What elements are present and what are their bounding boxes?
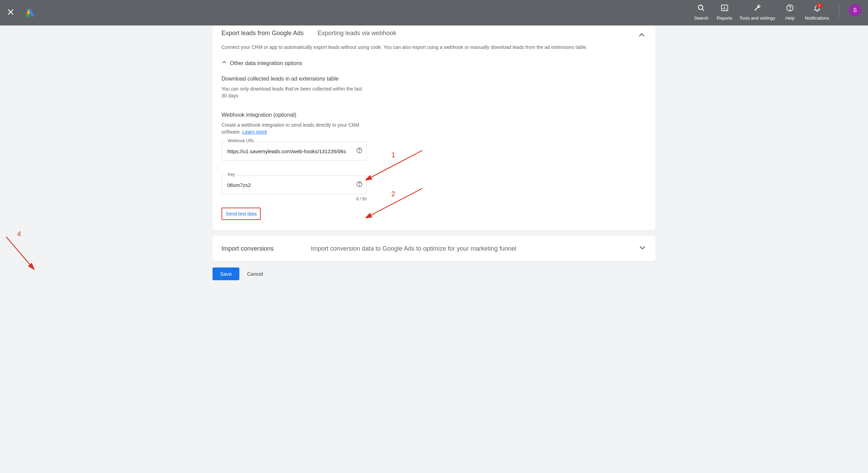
nav-help-label: Help	[785, 15, 795, 21]
nav-help[interactable]: Help	[781, 4, 799, 21]
webhook-url-label: Webhook URL	[226, 138, 257, 143]
svg-point-14	[359, 186, 359, 186]
annotation-arrow-1	[366, 148, 427, 182]
section-title: Export leads from Google Ads	[221, 30, 304, 37]
key-input[interactable]	[221, 175, 367, 195]
import-conversions-card[interactable]: Import conversions Import conversion dat…	[213, 236, 655, 261]
webhook-url-field: Webhook URL	[221, 141, 367, 161]
footer-actions: Save Cancel	[213, 267, 655, 280]
section-subtitle: Exporting leads via webhook	[317, 30, 396, 37]
search-icon	[697, 4, 705, 14]
export-leads-card: Export leads from Google Ads Exporting l…	[213, 25, 655, 230]
key-counter: 8 / 50	[221, 197, 367, 201]
nav-notifications-label: Notifications	[805, 15, 829, 21]
annotation-1: 1	[391, 151, 395, 159]
page-content: Export leads from Google Ads Exporting l…	[0, 25, 868, 294]
help-icon[interactable]	[356, 147, 362, 155]
help-icon	[786, 4, 794, 14]
nav-search[interactable]: Search	[693, 4, 710, 21]
bar-chart-icon	[721, 4, 728, 14]
svg-line-17	[6, 237, 31, 266]
svg-line-16	[370, 188, 422, 216]
app-header: Search Reports Tools and settings Help !	[0, 0, 868, 25]
annotation-arrow-2	[366, 186, 427, 220]
notification-badge: !	[817, 3, 822, 8]
nav-search-label: Search	[694, 15, 708, 21]
key-label: Key	[226, 172, 237, 177]
download-heading: Download collected leads in ad extension…	[221, 76, 647, 82]
nav-notifications[interactable]: ! Notifications	[805, 4, 829, 21]
cancel-button[interactable]: Cancel	[247, 271, 263, 277]
send-test-data-button[interactable]: Send test data	[221, 208, 261, 220]
nav-reports-label: Reports	[717, 15, 733, 21]
import-title: Import conversions	[221, 245, 311, 252]
svg-point-12	[359, 152, 359, 152]
wrench-icon	[753, 4, 761, 14]
svg-point-3	[698, 5, 703, 10]
avatar[interactable]: S	[849, 4, 861, 17]
card-header: Export leads from Google Ads Exporting l…	[221, 25, 647, 42]
nav-tools-label: Tools and settings	[739, 15, 775, 21]
header-divider	[839, 4, 839, 18]
other-options-label: Other data integration options	[230, 60, 302, 66]
svg-line-15	[370, 150, 422, 178]
chevron-up-icon[interactable]	[638, 31, 646, 41]
svg-point-10	[790, 10, 790, 10]
annotation-2: 2	[391, 190, 395, 198]
webhook-heading: Webhook integration (optional)	[221, 112, 647, 118]
chevron-down-icon[interactable]	[638, 243, 647, 254]
webhook-text: Create a webhook integration to send lea…	[221, 122, 373, 136]
download-text: You can only download leads that've been…	[221, 85, 366, 99]
close-icon[interactable]	[7, 8, 14, 18]
google-ads-logo-icon[interactable]	[25, 7, 36, 18]
save-button[interactable]: Save	[213, 267, 239, 280]
nav-reports[interactable]: Reports	[716, 4, 733, 21]
header-nav: Search Reports Tools and settings Help !	[693, 4, 861, 21]
chevron-up-icon	[221, 60, 227, 67]
section-description: Connect your CRM or app to automatically…	[221, 44, 647, 50]
import-desc: Import conversion data to Google Ads to …	[311, 245, 638, 252]
webhook-url-input[interactable]	[221, 141, 367, 161]
bell-icon: !	[813, 4, 821, 14]
svg-point-2	[26, 14, 30, 18]
nav-tools[interactable]: Tools and settings	[739, 4, 775, 21]
annotation-arrow-4	[3, 234, 45, 272]
key-field: Key	[221, 175, 367, 195]
help-icon[interactable]	[356, 181, 362, 189]
learn-more-link[interactable]: Learn more	[242, 129, 267, 135]
other-options-toggle[interactable]: Other data integration options	[221, 60, 647, 67]
avatar-initial: S	[853, 7, 857, 13]
svg-line-4	[702, 9, 704, 11]
annotation-4: 4	[17, 230, 21, 238]
